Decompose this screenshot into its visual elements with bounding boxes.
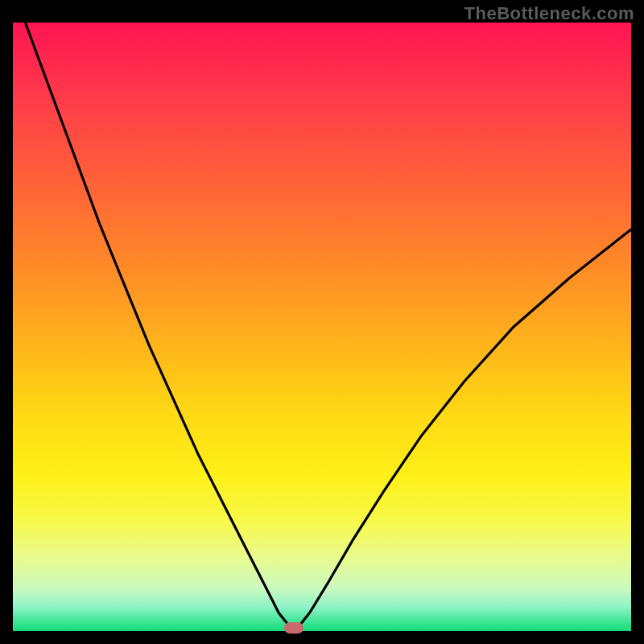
curve-path (25, 23, 631, 628)
chart-frame: TheBottleneck.com (0, 0, 644, 644)
optimum-marker (284, 622, 303, 634)
plot-area (13, 23, 631, 631)
bottleneck-curve (13, 23, 631, 631)
watermark-text: TheBottleneck.com (464, 3, 634, 24)
